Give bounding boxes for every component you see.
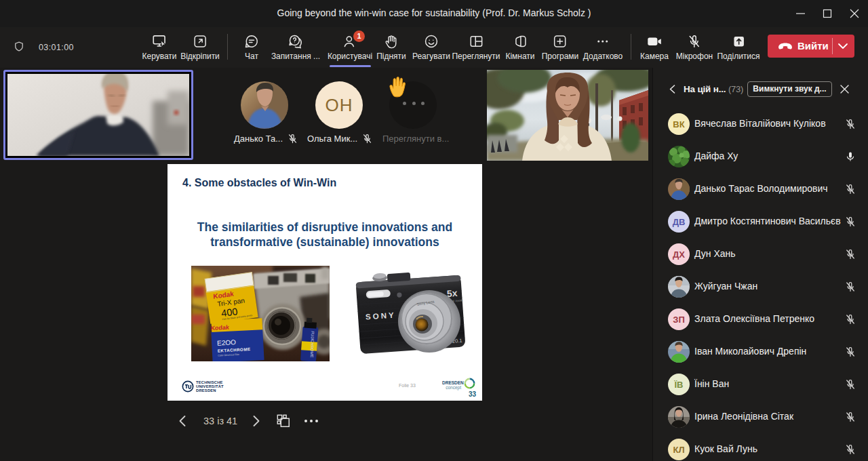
svg-text:E2OO: E2OO: [217, 338, 237, 346]
svg-text:Kodak: Kodak: [210, 324, 230, 332]
